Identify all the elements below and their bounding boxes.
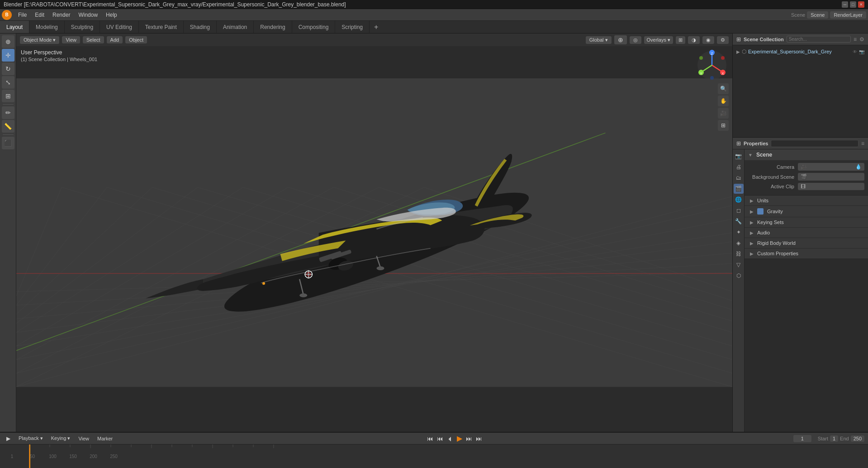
snap-btn[interactable]: ⊕: [614, 35, 627, 44]
prop-physics-icon[interactable]: ◈: [734, 238, 744, 248]
outliner-search[interactable]: [787, 36, 851, 43]
tool-rotate[interactable]: ↻: [2, 62, 14, 75]
camera-value[interactable]: 🎥 💧: [798, 163, 864, 171]
tab-shading[interactable]: Shading: [184, 21, 217, 33]
global-selector[interactable]: Global ▾: [586, 36, 612, 44]
jump-start-btn[interactable]: ⏮: [426, 434, 434, 443]
tab-uv-editing[interactable]: UV Editing: [100, 21, 139, 33]
viewport-area[interactable]: Object Mode ▾ View Select Add Object Glo…: [16, 33, 732, 432]
visibility-icon[interactable]: 👁: [853, 49, 857, 54]
gizmo-toggle[interactable]: ⊞: [676, 36, 685, 44]
tab-compositing[interactable]: Compositing: [292, 21, 336, 33]
menu-help[interactable]: Help: [102, 11, 121, 19]
nav-gizmo[interactable]: Z X Y: [696, 49, 728, 81]
tab-sculpting[interactable]: Sculpting: [65, 21, 100, 33]
tool-measure[interactable]: 📏: [2, 120, 14, 133]
menu-edit[interactable]: Edit: [31, 11, 48, 19]
menu-render[interactable]: Render: [49, 11, 74, 19]
current-frame-indicator[interactable]: 1: [793, 435, 811, 442]
overlay-toggle[interactable]: Overlays ▾: [644, 36, 673, 44]
custom-properties-section[interactable]: ▶ Custom Properties: [745, 248, 868, 259]
orthographic-btn[interactable]: ⊞: [718, 120, 729, 131]
view-tl-btn[interactable]: View: [76, 435, 92, 442]
renderlayer-selector[interactable]: RenderLayer: [830, 11, 866, 19]
object-menu-btn[interactable]: Object: [125, 36, 147, 43]
viewport-canvas[interactable]: [16, 33, 732, 432]
outliner-options-icon[interactable]: ⚙: [859, 36, 864, 43]
prop-particles-icon[interactable]: ✦: [734, 227, 744, 237]
tool-transform[interactable]: ⊞: [2, 90, 14, 102]
menu-window[interactable]: Window: [75, 11, 101, 19]
prop-world-icon[interactable]: 🌐: [734, 195, 744, 205]
marker-btn[interactable]: Marker: [95, 435, 115, 442]
tab-layout[interactable]: Layout: [0, 21, 29, 33]
keying-sets-section[interactable]: ▶ Keying Sets: [745, 217, 868, 228]
outliner-scene-collection[interactable]: ▶ ⬡ Experimental_Supersonic_Dark_Grey 👁 …: [733, 47, 868, 56]
prop-material-icon[interactable]: ⬡: [734, 271, 744, 281]
play-btn[interactable]: ▶: [456, 433, 463, 444]
tool-add-cube[interactable]: ⬛: [2, 137, 14, 149]
next-frame-btn[interactable]: ⏭: [465, 434, 473, 443]
pan-btn[interactable]: ✋: [718, 96, 729, 106]
tool-cursor[interactable]: ⊕: [2, 35, 14, 48]
prop-scene-icon[interactable]: 🎬: [734, 184, 744, 194]
keying-btn[interactable]: Keying ▾: [48, 435, 73, 442]
close-btn[interactable]: ✕: [858, 1, 864, 8]
tab-texture-paint[interactable]: Texture Paint: [139, 21, 184, 33]
start-frame[interactable]: 1: [830, 435, 838, 442]
tab-scripting[interactable]: Scripting: [335, 21, 370, 33]
background-scene-value[interactable]: 🎬: [798, 173, 864, 181]
end-frame[interactable]: 250: [851, 435, 864, 442]
properties-filter-icon[interactable]: ≡: [861, 140, 864, 147]
render-icon[interactable]: 📷: [859, 49, 864, 54]
tl-mode-icon: ▶: [6, 435, 10, 442]
menu-file[interactable]: File: [14, 11, 30, 19]
timeline-mode-selector[interactable]: ▶: [4, 435, 13, 443]
shading-solid[interactable]: ◑: [688, 36, 700, 44]
prop-modifier-icon[interactable]: 🔧: [734, 216, 744, 226]
scene-section-header[interactable]: ▼ Scene: [745, 149, 868, 160]
shading-render[interactable]: ◉: [702, 36, 714, 44]
keying-sets-arrow: ▶: [750, 220, 754, 225]
gravity-checkbox[interactable]: [757, 208, 764, 215]
select-menu-btn[interactable]: Select: [83, 36, 104, 43]
jump-end-btn[interactable]: ⏭: [475, 434, 483, 443]
timeline-scrubber[interactable]: [29, 444, 30, 468]
tool-annotate[interactable]: ✏: [2, 106, 14, 119]
prop-render-icon[interactable]: 📷: [734, 151, 744, 161]
prop-view-layer-icon[interactable]: 🗂: [734, 173, 744, 183]
zoom-in-btn[interactable]: 🔍: [718, 83, 729, 94]
tool-move[interactable]: ✛: [2, 49, 14, 62]
prev-frame-btn[interactable]: ⏮: [436, 434, 444, 443]
rigid-body-world-section[interactable]: ▶ Rigid Body World: [745, 238, 868, 248]
shading-settings[interactable]: ⚙: [717, 36, 729, 44]
timeline-tracks[interactable]: 1 50 100 150 200 250: [0, 444, 868, 468]
camera-eyedropper[interactable]: 💧: [855, 164, 862, 170]
maximize-btn[interactable]: □: [850, 1, 856, 8]
camera-btn[interactable]: 🎥: [718, 108, 729, 119]
prop-constraints-icon[interactable]: ⛓: [734, 249, 744, 259]
prop-output-icon[interactable]: 🖨: [734, 162, 744, 172]
object-mode-selector[interactable]: Object Mode ▾: [20, 36, 59, 44]
tab-modeling[interactable]: Modeling: [29, 21, 65, 33]
add-menu-btn[interactable]: Add: [107, 36, 123, 43]
minimize-btn[interactable]: ─: [842, 1, 848, 8]
prop-data-icon[interactable]: ▽: [734, 260, 744, 270]
gravity-section[interactable]: ▶ Gravity: [745, 206, 868, 217]
units-section[interactable]: ▶ Units: [745, 196, 868, 206]
active-clip-value[interactable]: 🎞: [798, 183, 864, 190]
properties-search-input[interactable]: [771, 140, 859, 147]
view-menu-btn[interactable]: View: [62, 36, 80, 43]
tab-animation[interactable]: Animation: [217, 21, 254, 33]
tab-rendering[interactable]: Rendering: [254, 21, 292, 33]
outliner-filter-icon[interactable]: ≡: [854, 36, 857, 43]
window-controls[interactable]: ─ □ ✕: [842, 1, 864, 8]
play-back-btn[interactable]: ⏴: [446, 434, 454, 443]
tool-scale[interactable]: ⤡: [2, 76, 14, 89]
prop-object-icon[interactable]: ◻: [734, 205, 744, 215]
audio-section[interactable]: ▶ Audio: [745, 228, 868, 238]
add-workspace-btn[interactable]: +: [370, 21, 383, 33]
proportional-btn[interactable]: ◎: [630, 36, 641, 44]
scene-selector[interactable]: Scene: [807, 11, 828, 19]
playback-btn[interactable]: Playback ▾: [16, 435, 46, 442]
